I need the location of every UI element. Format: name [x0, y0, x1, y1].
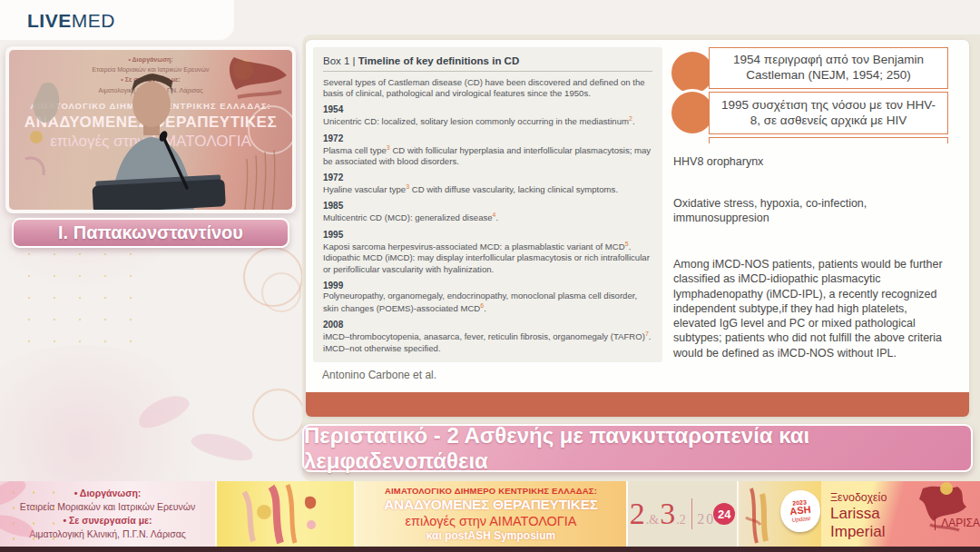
note-imcd-nos: Among iMCD-NOS patients, patients would …: [673, 257, 947, 360]
slide-right-column: 1954 περιγραφή από τον Benjamin Castlema…: [667, 47, 950, 410]
timeline-entry: 1954 Unicentric CD: localized, solitary …: [323, 104, 652, 128]
leaf-decoration: [189, 428, 256, 465]
smartart-item-1995: 1995 συσχέτιση της νόσου με τον HHV-8, σ…: [709, 92, 948, 134]
timeline-entry-text: Multicentric CD (MCD): generalized disea…: [323, 211, 652, 224]
timeline-entry-text: Plasma cell type3 CD with follicular hyp…: [323, 143, 652, 168]
swirl-ring-decoration: [243, 247, 303, 307]
timeline-entry: 1972 Hyaline vascular type3 CD with diff…: [323, 172, 652, 196]
timeline-box-intro: Several types of Castleman disease (CD) …: [323, 77, 652, 100]
timeline-entry-year: 1995: [323, 230, 652, 240]
laptop: [92, 174, 226, 210]
date-year-circle: 24: [713, 503, 735, 525]
logo-live: LIVE: [27, 10, 72, 31]
note-hhv8: HHV8 oropharynx: [673, 154, 947, 169]
conference-footer: • Διοργάνωση: Εταιρεία Μοριακών και Ιατρ…: [0, 481, 980, 547]
timeline-entry-year: 1972: [323, 133, 652, 143]
smartart-partial-item: [709, 137, 948, 143]
paint-blob-decoration: [33, 83, 59, 123]
venue-hotel-label: Ξενοδοχείο: [830, 491, 980, 504]
timeline-entry-year: 1985: [323, 201, 652, 211]
case-title-banner: Περιστατικό - 2 Ασθενής με πανκυτταροπεν…: [302, 424, 973, 472]
footer-conference-line2: ΑΝΑΔΥΟΜΕΝΕΣ ΘΕΡΑΠΕΥΤΙΚΕΣ: [384, 497, 598, 513]
speaker-face: [132, 82, 171, 127]
footer-collab-heading: • Σε συνεργασία με:: [63, 514, 152, 527]
footer-artwork-section: [215, 481, 354, 547]
speaker-video-feed: • Διοργάνωση: Εταιρεία Μοριακών και Ιατρ…: [9, 50, 292, 210]
footer-conference-line1: ΑΙΜΑΤΟΛΟΓΙΚΟ ΔΙΗΜΕΡΟ ΚΕΝΤΡΙΚΗΣ ΕΛΛΑΔΑΣ:: [385, 486, 597, 496]
date-divider: [691, 498, 693, 529]
timeline-entry: 1995 Kaposi sarcoma herpesvirus-associat…: [323, 230, 652, 276]
yellow-dots-decoration: [16, 243, 152, 343]
footer-artwork: [217, 481, 354, 547]
footer-organizer-section: • Διοργάνωση: Εταιρεία Μοριακών και Ιατρ…: [0, 481, 215, 547]
timeline-entry: 1999 Polyneuropathy, organomegaly, endoc…: [323, 281, 652, 315]
venue-divider: [935, 516, 936, 530]
venue-name: Larissa Imperial: [830, 505, 929, 541]
timeline-entry: 1972 Plasma cell type3 CD with follicula…: [323, 133, 652, 168]
timeline-entry-text: Polyneuropathy, organomegaly, endocrinop…: [323, 291, 652, 315]
footer-venue-section: Ξενοδοχείο Larissa Imperial ΛΑΡΙΣΑ: [821, 481, 980, 547]
circle-decoration: [249, 106, 292, 153]
speaker-illustration: [9, 50, 292, 210]
timeline-box: Box 1 | Timeline of key definitions in C…: [313, 47, 662, 362]
note-oxidative-stress: Oxidative stress, hypoxia, co-infection,…: [673, 196, 947, 226]
timeline-entry-year: 1954: [323, 104, 652, 114]
footer-organizer-heading: • Διοργάνωση:: [74, 487, 142, 500]
date-day2: 3: [660, 498, 675, 529]
footer-conference-line4: και postASH Symposium: [426, 529, 555, 542]
footer-date-section: 2.&3.2 20 24: [626, 481, 737, 547]
swirl-ring-decoration: [261, 272, 301, 312]
presentation-slide: Box 1 | Timeline of key definitions in C…: [306, 40, 969, 417]
logo-med: MED: [72, 10, 115, 31]
timeline-entry-text: iMCD–thrombocytopenia, anasarca, fever, …: [323, 330, 652, 354]
leaf-decoration: [133, 389, 192, 434]
timeline-entry-text: Kaposi sarcoma herpesvirus-associated MC…: [323, 240, 652, 276]
venue-city: ΛΑΡΙΣΑ: [941, 517, 980, 529]
date-year: 20: [697, 511, 715, 527]
speaker-name-label: Ι. Παπακωνσταντίνου: [12, 218, 289, 248]
timeline-entry-text: Hyaline vascular type3 CD with diffuse v…: [323, 182, 652, 196]
timeline-box-heading: Box 1 | Timeline of key definitions in C…: [323, 55, 652, 72]
smartart-item-1954: 1954 περιγραφή από τον Benjamin Castlema…: [709, 47, 948, 89]
timeline-entry-year: 1972: [323, 172, 652, 182]
timeline-entry-year: 1999: [323, 281, 652, 291]
timeline-entry: 2008 iMCD–thrombocytopenia, anasarca, fe…: [323, 320, 652, 354]
slide-bottom-bar: [306, 392, 969, 417]
slide-citation: Antonino Carbone et al.: [322, 369, 436, 381]
swirl-ring-decoration: [252, 389, 305, 441]
brush-stroke-decoration: [230, 57, 287, 90]
timeline-entry-text: Unicentric CD: localized, solitary lesio…: [323, 114, 652, 128]
timeline-entry: 1985 Multicentric CD (MCD): generalized …: [323, 201, 652, 224]
footer-conference-line3: επιλογές στην ΑΙΜΑΤΟΛΟΓΙΑ: [405, 514, 576, 528]
harp-strings-decoration: [245, 159, 248, 210]
conference-dates: 2.&3.2 20 24: [630, 498, 735, 529]
timeline-entries: 1954 Unicentric CD: localized, solitary …: [323, 104, 652, 354]
speaker-video-card: • Διοργάνωση: Εταιρεία Μοριακών και Ιατρ…: [5, 46, 296, 213]
footer-badge-section: 2023 ASH Update: [737, 481, 821, 547]
date-day1: 2: [630, 498, 645, 529]
footer-conference-title-section: ΑΙΜΑΤΟΛΟΓΙΚΟ ΔΙΗΜΕΡΟ ΚΕΝΤΡΙΚΗΣ ΕΛΛΑΔΑΣ: …: [354, 481, 626, 547]
venue-text: Ξενοδοχείο Larissa Imperial ΛΑΡΙΣΑ: [830, 491, 980, 541]
bottom-dark-strip: [0, 547, 980, 552]
livemed-logo: LIVEMED: [27, 10, 115, 32]
timeline-entry-year: 2008: [323, 320, 652, 330]
